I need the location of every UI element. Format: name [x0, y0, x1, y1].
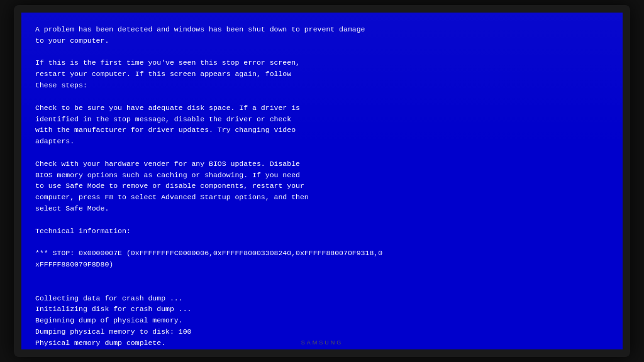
- monitor: A problem has been detected and windows …: [14, 5, 630, 357]
- bsod-screen: A problem has been detected and windows …: [21, 13, 623, 349]
- monitor-brand: SAMSUNG: [301, 339, 343, 346]
- bsod-text: A problem has been detected and windows …: [35, 24, 609, 349]
